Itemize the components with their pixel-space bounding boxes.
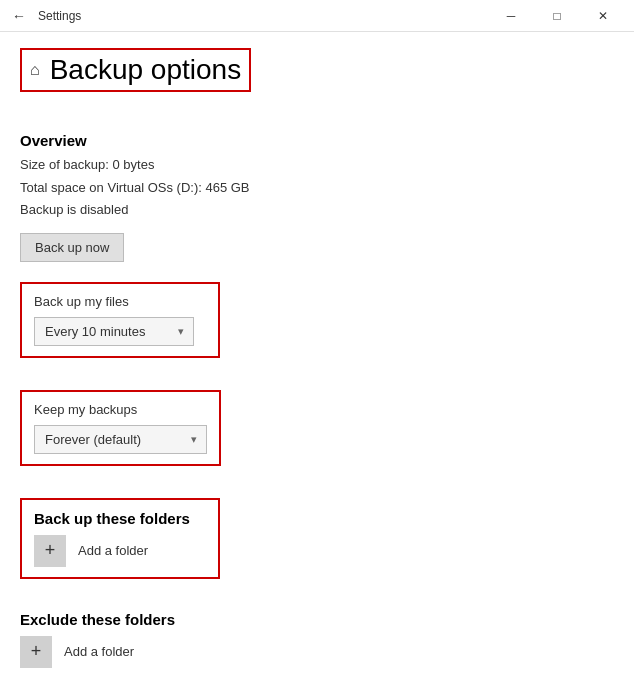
keep-backups-dropdown[interactable]: Forever (default) Until space is needed … bbox=[34, 425, 207, 454]
main-content: ⌂ Backup options Overview Size of backup… bbox=[0, 32, 634, 682]
minimize-button[interactable]: ─ bbox=[488, 0, 534, 32]
keep-backups-wrapper: Forever (default) Until space is needed … bbox=[34, 425, 207, 454]
page-title: Backup options bbox=[50, 54, 241, 86]
backup-frequency-dropdown[interactable]: Every 10 minutes Every 15 minutes Every … bbox=[34, 317, 194, 346]
total-space: Total space on Virtual OSs (D:): 465 GB bbox=[20, 178, 614, 198]
back-up-folders-title: Back up these folders bbox=[34, 510, 206, 527]
add-backup-folder-label: Add a folder bbox=[78, 543, 148, 558]
add-backup-folder-row: + Add a folder bbox=[34, 535, 206, 567]
exclude-folders-section: Exclude these folders + Add a folder bbox=[20, 611, 614, 668]
window-title: Settings bbox=[38, 9, 488, 23]
title-bar: ← Settings ─ □ ✕ bbox=[0, 0, 634, 32]
overview-section: Overview Size of backup: 0 bytes Total s… bbox=[20, 132, 614, 262]
home-icon: ⌂ bbox=[30, 61, 40, 79]
back-button[interactable]: ← bbox=[8, 6, 30, 26]
keep-my-backups-section: Keep my backups Forever (default) Until … bbox=[20, 390, 221, 466]
add-backup-folder-button[interactable]: + bbox=[34, 535, 66, 567]
size-of-backup: Size of backup: 0 bytes bbox=[20, 155, 614, 175]
exclude-folders-title: Exclude these folders bbox=[20, 611, 614, 628]
backup-frequency-wrapper: Every 10 minutes Every 15 minutes Every … bbox=[34, 317, 194, 346]
close-button[interactable]: ✕ bbox=[580, 0, 626, 32]
overview-title: Overview bbox=[20, 132, 614, 149]
maximize-button[interactable]: □ bbox=[534, 0, 580, 32]
backup-status: Backup is disabled bbox=[20, 200, 614, 220]
back-up-now-button[interactable]: Back up now bbox=[20, 233, 124, 262]
window-controls: ─ □ ✕ bbox=[488, 0, 626, 32]
keep-my-backups-label: Keep my backups bbox=[34, 402, 207, 417]
back-up-folders-section: Back up these folders + Add a folder bbox=[20, 498, 220, 579]
back-up-my-files-label: Back up my files bbox=[34, 294, 206, 309]
add-exclude-folder-label: Add a folder bbox=[64, 644, 134, 659]
back-up-my-files-section: Back up my files Every 10 minutes Every … bbox=[20, 282, 220, 358]
page-header: ⌂ Backup options bbox=[20, 48, 251, 92]
add-exclude-folder-row: + Add a folder bbox=[20, 636, 614, 668]
add-exclude-folder-button[interactable]: + bbox=[20, 636, 52, 668]
